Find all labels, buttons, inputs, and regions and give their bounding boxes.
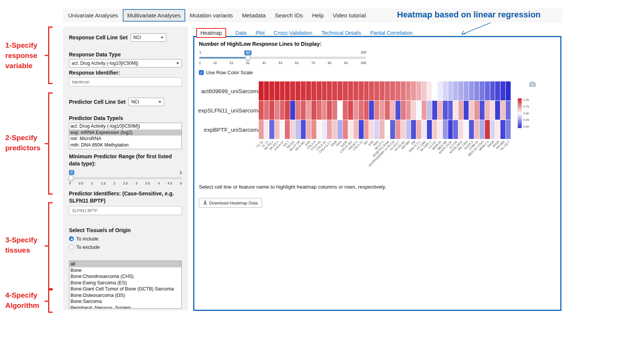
nav-tab-search-ids[interactable]: Search IDs: [270, 9, 307, 22]
heatmap-cell[interactable]: [364, 81, 369, 100]
heatmap-cell[interactable]: [390, 81, 395, 100]
heatmap-cell[interactable]: [427, 120, 432, 139]
heatmap-cell[interactable]: [385, 81, 390, 100]
heatmap-cell[interactable]: [364, 101, 369, 120]
heatmap-cell[interactable]: [448, 81, 453, 100]
heatmap-cell[interactable]: [380, 101, 385, 120]
heatmap-cell[interactable]: [443, 81, 448, 100]
heatmap-cell[interactable]: [453, 120, 458, 139]
heatmap-cell[interactable]: [353, 81, 358, 100]
heatmap-cell[interactable]: [485, 120, 490, 139]
heatmap-cell[interactable]: [416, 101, 421, 120]
heatmap-cell[interactable]: [495, 81, 500, 100]
list-option[interactable]: mir: MicroRNA: [69, 136, 181, 142]
nav-tab-mutation-variants[interactable]: Mutation variants: [185, 9, 238, 22]
nav-tab-metadata[interactable]: Metadata: [238, 9, 270, 22]
heatmap-cell[interactable]: [332, 101, 337, 120]
list-option[interactable]: Bone:Ewing Sarcoma (ES): [69, 280, 181, 286]
heatmap-cell[interactable]: [269, 81, 274, 100]
heatmap-cell[interactable]: [369, 81, 374, 100]
download-heatmap-data-button[interactable]: Download Heatmap Data: [199, 198, 262, 208]
heatmap-cell[interactable]: [264, 81, 269, 100]
heatmap-cell[interactable]: [401, 81, 406, 100]
heatmap-cell[interactable]: [422, 81, 427, 100]
heatmap-cell[interactable]: [369, 120, 374, 139]
to-exclude-radio[interactable]: [69, 245, 74, 250]
heatmap-cell[interactable]: [306, 81, 311, 100]
heatmap-cell[interactable]: [269, 101, 274, 120]
min-predictor-range-slider[interactable]: 0 5 00.511.522.533.544.55: [69, 170, 182, 187]
heatmap-cell[interactable]: [453, 81, 458, 100]
list-option[interactable]: exp: mRNA Expression (log2): [69, 130, 181, 136]
list-option[interactable]: Bone:Osteosarcoma (OS): [69, 292, 181, 299]
heatmap-cell[interactable]: [338, 81, 342, 100]
list-option[interactable]: act: Drug Activity (-log10[IC50M]): [69, 123, 181, 130]
heatmap-cell[interactable]: [364, 120, 369, 139]
heatmap-cell[interactable]: [500, 120, 505, 139]
heatmap-cell[interactable]: [380, 120, 385, 139]
heatmap-cell[interactable]: [332, 120, 337, 139]
heatmap-cell[interactable]: [474, 81, 479, 100]
heatmap-cell[interactable]: [438, 120, 442, 139]
list-option[interactable]: mth: DNA 850K Methylation: [69, 142, 181, 148]
heatmap-cell[interactable]: [416, 81, 421, 100]
tab-technical-details[interactable]: Technical Details: [321, 30, 361, 36]
heatmap-cell[interactable]: [416, 120, 421, 139]
heatmap-cell[interactable]: [495, 101, 500, 120]
to-include-radio[interactable]: [69, 236, 74, 241]
heatmap-cell[interactable]: [374, 101, 379, 120]
heatmap-cell[interactable]: [311, 81, 316, 100]
heatmap-cell[interactable]: [380, 81, 385, 100]
heatmap-cell[interactable]: [458, 101, 463, 120]
heatmap-cell[interactable]: [432, 101, 437, 120]
heatmap-cell[interactable]: [448, 101, 453, 120]
heatmap-cell[interactable]: [427, 101, 432, 120]
heatmap-cell[interactable]: [359, 120, 364, 139]
nav-tab-univariate-analyses[interactable]: Univariate Analyses: [64, 9, 123, 22]
heatmap-cell[interactable]: [317, 120, 322, 139]
heatmap-cell[interactable]: [369, 101, 374, 120]
heatmap-cell[interactable]: [401, 120, 406, 139]
heatmap-row-label[interactable]: expBPTF_uniSarcoma: [198, 120, 264, 139]
list-option[interactable]: Peripheral_Nervous_System: [69, 305, 181, 309]
slider-track[interactable]: [69, 177, 182, 179]
heatmap-cell[interactable]: [464, 120, 469, 139]
heatmap-cell[interactable]: [280, 120, 285, 139]
heatmap-cell[interactable]: [506, 81, 511, 100]
tab-partial-correlation[interactable]: Partial Correlation: [370, 30, 413, 36]
heatmap-cell[interactable]: [395, 120, 400, 139]
row-color-scale-checkbox[interactable]: ✓: [199, 70, 204, 75]
predictor-identifiers-input[interactable]: SLFN11 BPTF: [69, 206, 182, 215]
heatmap-cell[interactable]: [506, 101, 511, 120]
heatmap-cell[interactable]: [269, 120, 274, 139]
heatmap-cell[interactable]: [411, 101, 416, 120]
heatmap-cell[interactable]: [311, 101, 316, 120]
heatmap-cell[interactable]: [327, 101, 332, 120]
heatmap-cell[interactable]: [322, 120, 327, 139]
heatmap-cell[interactable]: [317, 81, 322, 100]
heatmap-cell[interactable]: [443, 101, 448, 120]
nav-tab-video-tutorial[interactable]: Video tutorial: [328, 9, 370, 22]
response-data-type-select[interactable]: act: Drug Activity (-log10[IC50M]): [69, 59, 182, 67]
heatmap-cell[interactable]: [411, 81, 416, 100]
heatmap-cell[interactable]: [295, 101, 300, 120]
heatmap-cell[interactable]: [295, 120, 300, 139]
heatmap-cell[interactable]: [458, 120, 463, 139]
heatmap-cell[interactable]: [353, 120, 358, 139]
heatmap-cell[interactable]: [264, 120, 269, 139]
heatmap-cell[interactable]: [474, 101, 479, 120]
tab-data[interactable]: Data: [235, 30, 247, 36]
predictor-cell-line-set-select[interactable]: NCI: [128, 98, 164, 106]
heatmap-cell[interactable]: [401, 101, 406, 120]
list-option[interactable]: all: [69, 261, 181, 267]
heatmap-cell[interactable]: [464, 81, 469, 100]
heatmap-cell[interactable]: [280, 81, 285, 100]
tab-cross-validation[interactable]: Cross-Validation: [274, 30, 313, 36]
heatmap-cell[interactable]: [453, 101, 458, 120]
heatmap-row-label[interactable]: expSLFN11_uniSarcoma: [198, 101, 264, 120]
heatmap-cell[interactable]: [500, 101, 505, 120]
heatmap-cell[interactable]: [422, 120, 427, 139]
heatmap-cell[interactable]: [495, 120, 500, 139]
heatmap-cell[interactable]: [285, 81, 290, 100]
heatmap-cell[interactable]: [395, 101, 400, 120]
